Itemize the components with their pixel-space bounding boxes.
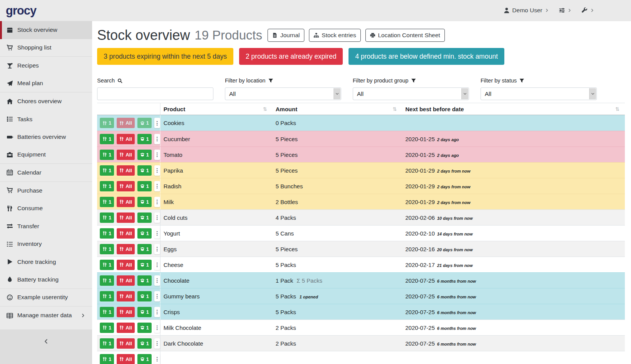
- consume-one-button[interactable]: 1: [100, 291, 114, 301]
- consume-one-button[interactable]: 1: [100, 338, 114, 349]
- sidebar-item-inventory[interactable]: Inventory: [0, 235, 92, 253]
- consume-one-button[interactable]: 1: [100, 307, 114, 317]
- consume-one-button[interactable]: 1: [100, 150, 114, 160]
- row-menu-button[interactable]: ⋮: [154, 354, 160, 364]
- open-one-button[interactable]: 1: [137, 275, 152, 286]
- info-status-banner[interactable]: 4 products are below defined min. stock …: [349, 48, 504, 65]
- consume-one-button[interactable]: 1: [100, 260, 114, 270]
- consume-all-button[interactable]: All: [117, 275, 135, 286]
- sidebar-item-batteries-overview[interactable]: Batteries overview: [0, 128, 92, 146]
- sort-icon[interactable]: ⇅: [393, 106, 402, 112]
- sidebar-item-shopping-list[interactable]: Shopping list: [0, 39, 92, 57]
- sidebar-item-purchase[interactable]: Purchase: [0, 182, 92, 200]
- row-menu-button[interactable]: ⋮: [154, 197, 160, 207]
- open-one-button[interactable]: 1: [137, 197, 152, 207]
- open-one-button[interactable]: 1: [137, 228, 152, 239]
- sidebar-item-chores-overview[interactable]: Chores overview: [0, 92, 92, 110]
- consume-all-button[interactable]: All: [117, 291, 135, 301]
- sort-icon[interactable]: ⇅: [615, 106, 625, 112]
- row-menu-button[interactable]: ⋮: [154, 150, 160, 160]
- sidebar-item-consume[interactable]: Consume: [0, 199, 92, 217]
- search-input[interactable]: [97, 87, 213, 100]
- consume-all-button[interactable]: All: [117, 181, 135, 191]
- filter-by-product-group-select[interactable]: All: [353, 87, 469, 100]
- consume-all-button[interactable]: All: [117, 228, 135, 239]
- sidebar-item-manage-master-data[interactable]: Manage master data: [0, 306, 92, 324]
- sort-icon[interactable]: ⇅: [263, 106, 273, 112]
- open-one-button[interactable]: 1: [137, 260, 152, 270]
- sidebar-item-chore-tracking[interactable]: Chore tracking: [0, 253, 92, 271]
- sidebar-item-transfer[interactable]: Transfer: [0, 217, 92, 236]
- row-menu-button[interactable]: ⋮: [154, 212, 160, 223]
- button-label: 1: [109, 199, 111, 205]
- filter-by-status-select[interactable]: All: [481, 87, 597, 100]
- row-menu-button[interactable]: ⋮: [154, 244, 160, 254]
- sidebar-item-example-userentity[interactable]: Example userentity: [0, 289, 92, 307]
- sidebar-item-meal-plan[interactable]: Meal plan: [0, 75, 92, 93]
- consume-one-button[interactable]: 1: [100, 323, 114, 333]
- row-menu-button[interactable]: ⋮: [154, 275, 160, 286]
- consume-all-button[interactable]: All: [117, 323, 135, 333]
- open-one-button[interactable]: 1: [137, 291, 152, 301]
- consume-all-button[interactable]: All: [117, 118, 135, 128]
- open-one-button[interactable]: 1: [137, 181, 152, 191]
- consume-one-button[interactable]: 1: [100, 197, 114, 207]
- row-menu-button[interactable]: ⋮: [154, 181, 160, 191]
- warning-status-banner[interactable]: 3 products expiring within the next 5 da…: [97, 48, 233, 65]
- open-one-button[interactable]: 1: [137, 307, 152, 317]
- open-one-button[interactable]: 1: [137, 212, 152, 223]
- stock-entries-button[interactable]: Stock entries: [309, 29, 361, 42]
- consume-one-button[interactable]: 1: [100, 212, 114, 223]
- row-menu-button[interactable]: ⋮: [154, 134, 160, 144]
- row-menu-button[interactable]: ⋮: [154, 291, 160, 301]
- sidebar-item-stock-overview[interactable]: Stock overview: [0, 21, 92, 39]
- consume-all-button[interactable]: All: [117, 244, 135, 254]
- row-menu-button[interactable]: ⋮: [154, 323, 160, 333]
- open-one-button[interactable]: 1: [137, 118, 152, 128]
- consume-one-button[interactable]: 1: [100, 354, 114, 364]
- journal-button[interactable]: Journal: [268, 29, 304, 42]
- user-menu[interactable]: Demo User: [504, 7, 549, 14]
- open-one-button[interactable]: 1: [137, 165, 152, 176]
- consume-one-button[interactable]: 1: [100, 165, 114, 176]
- consume-all-button[interactable]: All: [117, 212, 135, 223]
- sidebar-item-calendar[interactable]: Calendar: [0, 164, 92, 182]
- consume-all-button[interactable]: All: [117, 134, 135, 144]
- sidebar-item-recipes[interactable]: Recipes: [0, 57, 92, 75]
- open-one-button[interactable]: 1: [137, 354, 152, 364]
- row-menu-button[interactable]: ⋮: [154, 307, 160, 317]
- consume-all-button[interactable]: All: [117, 165, 135, 176]
- row-menu-button[interactable]: ⋮: [154, 118, 160, 128]
- open-one-button[interactable]: 1: [137, 323, 152, 333]
- consume-all-button[interactable]: All: [117, 197, 135, 207]
- open-one-button[interactable]: 1: [137, 338, 152, 349]
- sidebar-item-tasks[interactable]: Tasks: [0, 110, 92, 128]
- filter-by-location-select[interactable]: All: [225, 87, 341, 100]
- admin-menu[interactable]: [581, 7, 594, 13]
- open-one-button[interactable]: 1: [137, 244, 152, 254]
- consume-all-button[interactable]: All: [117, 260, 135, 270]
- consume-one-button[interactable]: 1: [100, 118, 114, 128]
- consume-all-button[interactable]: All: [117, 307, 135, 317]
- consume-all-button[interactable]: All: [117, 338, 135, 349]
- consume-one-button[interactable]: 1: [100, 228, 114, 239]
- row-menu-button[interactable]: ⋮: [154, 228, 160, 239]
- open-one-button[interactable]: 1: [137, 150, 152, 160]
- consume-one-button[interactable]: 1: [100, 181, 114, 191]
- open-one-button[interactable]: 1: [137, 134, 152, 144]
- row-menu-button[interactable]: ⋮: [154, 338, 160, 349]
- row-menu-button[interactable]: ⋮: [154, 260, 160, 270]
- sidebar-collapse-button[interactable]: [0, 329, 92, 364]
- consume-all-button[interactable]: All: [117, 150, 135, 160]
- consume-one-button[interactable]: 1: [100, 134, 114, 144]
- danger-status-banner[interactable]: 2 products are already expired: [239, 48, 343, 65]
- location-content-sheet-button[interactable]: Location Content Sheet: [365, 29, 445, 42]
- settings-menu[interactable]: [559, 7, 572, 13]
- row-menu-button[interactable]: ⋮: [154, 165, 160, 176]
- consume-one-button[interactable]: 1: [100, 244, 114, 254]
- grocy-logo[interactable]: grocy: [6, 5, 36, 16]
- sidebar-item-equipment[interactable]: Equipment: [0, 146, 92, 164]
- consume-one-button[interactable]: 1: [100, 275, 114, 286]
- consume-all-button[interactable]: All: [117, 354, 135, 364]
- sidebar-item-battery-tracking[interactable]: Battery tracking: [0, 271, 92, 289]
